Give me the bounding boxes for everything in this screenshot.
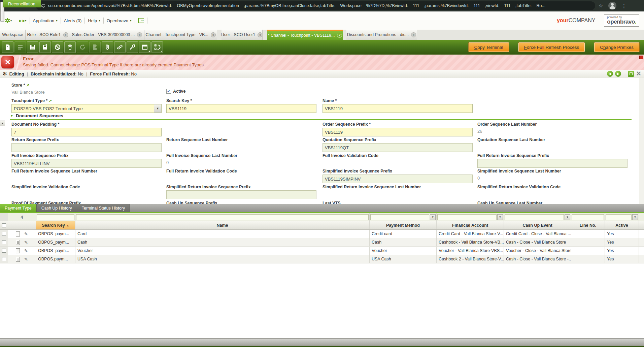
cell-financial-account[interactable]: Cashbook 2 - Vall Blanca Store-V... — [437, 255, 504, 263]
tab-close-icon[interactable]: x — [137, 32, 142, 37]
open-record-icon[interactable] — [16, 257, 20, 262]
cell-payment-method[interactable]: Credit card — [370, 230, 437, 238]
tab-workspace[interactable]: Workspace — [0, 30, 26, 40]
table-row[interactable]: ✎ OBPOS_paym... Card Credit card Credit … — [0, 230, 644, 238]
cell-payment-method[interactable]: Voucher — [370, 247, 437, 255]
header-line-no[interactable]: Line No. — [571, 221, 605, 229]
header-financial-account[interactable]: Financial Account — [437, 221, 504, 229]
header-search-key[interactable]: Search Key▲ — [36, 221, 75, 229]
filter-dropdown-icon[interactable]: ▼ — [497, 214, 503, 220]
cell-cash-up-event[interactable]: Credit Card - Close - Vall Blanca ... — [504, 230, 571, 238]
select-all-checkbox[interactable] — [2, 223, 6, 227]
filter-dropdown-icon[interactable]: ▼ — [430, 214, 436, 220]
filter-dropdown-icon[interactable]: ▼ — [632, 214, 638, 220]
bookmark-star-icon[interactable]: ☆ — [599, 3, 603, 9]
browser-profile-avatar[interactable] — [608, 2, 616, 10]
header-payment-method[interactable]: Payment Method — [370, 221, 437, 229]
cell-cash-up-event[interactable]: Voucher - Close - Vall Blanca Store — [504, 247, 571, 255]
previous-record-button[interactable]: ◀ — [607, 71, 613, 77]
close-record-button[interactable]: ✕ — [636, 71, 641, 77]
form-scrollbar[interactable] — [639, 78, 644, 204]
cell-active[interactable]: Yes — [605, 230, 639, 238]
maximize-button[interactable] — [628, 71, 634, 77]
combo-dropdown-icon[interactable]: ▼ — [154, 104, 161, 113]
header-name[interactable]: Name — [75, 221, 370, 229]
tab-channel-touchpoint-active[interactable]: * Channel - Touchpoint - VBS1119...x — [267, 30, 343, 40]
menu-openbravo[interactable]: Openbravo▾ — [107, 18, 132, 23]
filter-input[interactable] — [37, 214, 74, 220]
menu-help[interactable]: Help▾ — [88, 18, 100, 23]
tab-channel-touchpoint-type[interactable]: Channel - Touchpoint Type - VB...x — [144, 30, 217, 40]
cell-line-no[interactable] — [571, 230, 605, 238]
cell-active[interactable]: Yes — [605, 255, 639, 263]
tab-close-icon[interactable]: x — [63, 32, 68, 37]
table-row[interactable]: ✎ OBPOS_paym... Voucher Voucher Voucher … — [0, 247, 644, 255]
full-return-invoice-sequence-prefix-input[interactable] — [477, 159, 628, 168]
edit-record-icon[interactable]: ✎ — [24, 257, 28, 262]
tab-reconciliation[interactable]: Reconciliation — [3, 0, 41, 7]
filter-line-no[interactable] — [571, 213, 605, 221]
cell-line-no[interactable] — [571, 238, 605, 246]
open-record-icon[interactable] — [16, 231, 20, 236]
filter-search-key[interactable] — [36, 213, 75, 221]
row-select-cell[interactable] — [0, 255, 8, 263]
link-button[interactable] — [114, 41, 126, 53]
row-checkbox[interactable] — [2, 232, 6, 236]
logout-icon[interactable] — [138, 18, 144, 23]
tab-discounts[interactable]: Discounts and Promotions - dis...x — [346, 30, 417, 40]
quotation-sequence-prefix-input[interactable] — [323, 143, 473, 152]
name-input[interactable] — [323, 104, 473, 113]
link-out-icon[interactable]: ↗ — [49, 99, 52, 103]
delete-button[interactable] — [64, 41, 76, 53]
workspace-star-icon[interactable]: ✲ — [5, 17, 10, 25]
change-prefixes-button[interactable]: Change Prefixes — [594, 42, 639, 52]
cell-name[interactable]: Cash — [75, 238, 370, 246]
active-checkbox[interactable]: ✓ — [166, 89, 171, 94]
cell-line-no[interactable] — [571, 247, 605, 255]
attachment-button[interactable] — [102, 41, 113, 53]
edit-record-icon[interactable]: ✎ — [24, 248, 28, 253]
row-select-cell[interactable] — [0, 238, 8, 246]
tab-close-icon[interactable]: x — [411, 32, 416, 37]
tab-cash-up-history[interactable]: Cash Up History — [37, 204, 77, 212]
cell-search-key[interactable]: OBPOS_paym... — [36, 238, 75, 246]
save-and-close-button[interactable] — [39, 41, 51, 53]
quick-launch-caret-icon[interactable]: ▾ — [25, 19, 27, 22]
tab-close-icon[interactable]: x — [258, 32, 263, 37]
header-active[interactable]: Active — [605, 221, 639, 229]
filter-financial-account[interactable]: ▼ — [437, 213, 504, 221]
cell-search-key[interactable]: OBPOS_paym... — [36, 247, 75, 255]
error-close-button[interactable] — [639, 56, 643, 59]
row-checkbox[interactable] — [2, 240, 6, 244]
return-sequence-prefix-input[interactable] — [11, 143, 162, 152]
filter-input[interactable] — [606, 214, 632, 220]
cell-search-key[interactable]: OBPOS.paym... — [36, 255, 75, 263]
full-invoice-sequence-prefix-input[interactable] — [11, 159, 162, 168]
tab-sales-order[interactable]: Sales Order - VBS-30/0000003 ...x — [70, 30, 144, 40]
cell-search-key[interactable]: OBPOS_paym... — [36, 230, 75, 238]
row-checkbox[interactable] — [2, 257, 6, 261]
cell-line-no[interactable] — [571, 255, 605, 263]
table-row[interactable]: ✎ OBPOS_paym... Cash Cash Cashbook - Val… — [0, 238, 644, 247]
filter-payment-method[interactable]: ▼ — [370, 213, 437, 221]
select-all-cell[interactable] — [0, 221, 8, 229]
filter-dropdown-icon[interactable]: ▼ — [565, 214, 570, 220]
simplified-invoice-sequence-prefix-input[interactable] — [323, 175, 473, 183]
cell-active[interactable]: Yes — [605, 238, 639, 246]
link-out-icon[interactable]: ↗ — [26, 83, 29, 87]
cell-cash-up-event[interactable]: Cash - Close - Vall Blanca Store -... — [504, 255, 571, 263]
cell-name[interactable]: Voucher — [75, 247, 370, 255]
section-document-sequences[interactable]: ▼ Document Sequences — [10, 113, 63, 118]
force-full-refresh-button[interactable]: Force Full Refresh Process — [518, 42, 585, 52]
cell-financial-account[interactable]: Credit Card - Vall Blanca Store-V... — [437, 230, 504, 238]
browser-menu-icon[interactable]: ⋮ — [621, 3, 626, 9]
tab-payment-type[interactable]: Payment Type — [0, 204, 37, 212]
open-record-icon[interactable] — [16, 248, 20, 253]
row-checkbox[interactable] — [2, 249, 6, 253]
filter-input[interactable] — [76, 214, 369, 220]
undo-cancel-button[interactable] — [52, 41, 63, 53]
edit-record-icon[interactable]: ✎ — [24, 231, 28, 236]
row-select-cell[interactable] — [0, 230, 8, 238]
address-bar[interactable]: sco.rm.openbravo.com/openbravo/#%7Bst:5,… — [36, 1, 595, 10]
order-sequence-prefix-input[interactable] — [323, 128, 473, 136]
